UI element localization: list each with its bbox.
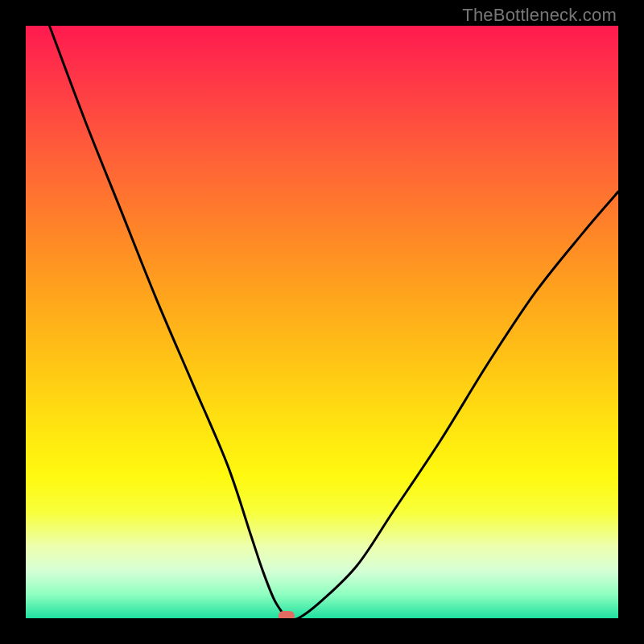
curve-layer: [26, 26, 618, 618]
plot-area: [26, 26, 618, 618]
min-marker: [279, 611, 295, 618]
watermark-text: TheBottleneck.com: [462, 5, 617, 26]
bottleneck-curve: [49, 26, 618, 618]
chart-frame: TheBottleneck.com: [0, 0, 644, 644]
